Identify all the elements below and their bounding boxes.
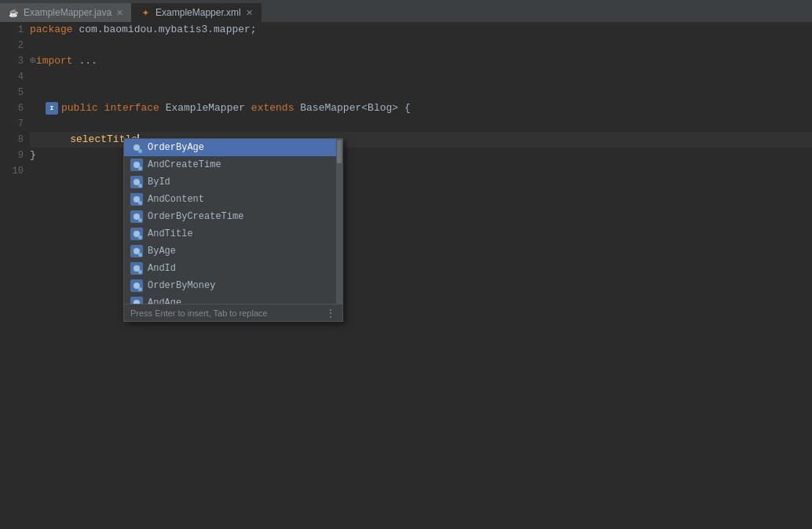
autocomplete-more-button[interactable]: ⋮ — [325, 307, 336, 319]
code-line-6: I public interface ExampleMapper extends… — [30, 100, 812, 116]
ac-icon-3 — [130, 193, 143, 206]
autocomplete-footer: Press Enter to insert, Tab to replace ⋮ — [124, 304, 342, 321]
ac-item-3[interactable]: AndContent — [124, 191, 342, 208]
ac-item-6[interactable]: ByAge — [124, 243, 342, 260]
ac-item-7[interactable]: AndId — [124, 260, 342, 277]
line-numbers: 1 2 3 4 5 6 7 8 9 10 — [0, 22, 30, 529]
ac-label-6: ByAge — [148, 246, 336, 257]
autocomplete-dropdown[interactable]: OrderByAge AndCreateTime ById AndContent… — [123, 138, 343, 322]
ac-icon-4 — [130, 210, 143, 223]
ac-label-7: AndId — [148, 263, 336, 274]
ac-label-9: AndAge — [148, 297, 336, 304]
ac-item-0[interactable]: OrderByAge — [124, 139, 342, 156]
code-line-1: package com.baomidou.mybatis3.mapper; — [30, 22, 812, 38]
editor: 1 2 3 4 5 6 7 8 9 10 package com.baomido… — [0, 22, 812, 529]
pkg-name: com.baomidou.mybatis3.mapper — [79, 22, 250, 38]
xml-icon: ✦ — [140, 7, 151, 18]
ac-item-8[interactable]: OrderByMoney — [124, 277, 342, 294]
code-area[interactable]: package com.baomidou.mybatis3.mapper; ⊕i… — [30, 22, 812, 529]
ac-icon-9 — [130, 297, 143, 304]
ac-label-0: OrderByAge — [148, 142, 336, 153]
ac-item-1[interactable]: AndCreateTime — [124, 156, 342, 173]
autocomplete-hint: Press Enter to insert, Tab to replace — [130, 308, 268, 318]
autocomplete-list: OrderByAge AndCreateTime ById AndContent… — [124, 139, 342, 304]
line-num-8: 8 — [0, 132, 24, 148]
line-num-9: 9 — [0, 148, 24, 163]
tab-xml-close[interactable]: ✕ — [246, 8, 253, 18]
tab-java-label: ExampleMapper.java — [24, 7, 112, 18]
ac-label-3: AndContent — [148, 194, 336, 205]
tab-xml[interactable]: ✦ ExampleMapper.xml ✕ — [132, 3, 262, 22]
line-num-2: 2 — [0, 38, 24, 53]
code-line-4 — [30, 69, 812, 85]
tab-xml-label: ExampleMapper.xml — [155, 7, 241, 18]
ac-label-4: OrderByCreateTime — [148, 211, 336, 222]
code-line-2 — [30, 38, 812, 53]
ac-icon-5 — [130, 228, 143, 240]
line-num-3: 3 — [0, 53, 24, 69]
java-icon: ☕ — [8, 7, 19, 18]
ac-label-8: OrderByMoney — [148, 280, 336, 291]
code-line-7 — [30, 116, 812, 132]
line-num-6: 6 — [0, 100, 24, 116]
line-num-5: 5 — [0, 85, 24, 100]
ac-icon-8 — [130, 279, 143, 292]
class-icon: I — [46, 102, 58, 115]
line-num-1: 1 — [0, 22, 24, 38]
line-num-10: 10 — [0, 163, 24, 179]
ac-label-2: ById — [148, 177, 336, 188]
ac-label-1: AndCreateTime — [148, 159, 336, 170]
ac-item-4[interactable]: OrderByCreateTime — [124, 208, 342, 225]
ac-item-5[interactable]: AndTitle — [124, 225, 342, 243]
ac-item-9[interactable]: AndAge — [124, 294, 342, 304]
line-num-7: 7 — [0, 116, 24, 132]
kw-package: package — [30, 22, 79, 38]
ac-icon-7 — [130, 262, 143, 275]
tab-bar: ☕ ExampleMapper.java ✕ ✦ ExampleMapper.x… — [0, 0, 812, 22]
tab-java-close[interactable]: ✕ — [116, 8, 123, 18]
ac-icon-0 — [130, 141, 143, 154]
autocomplete-scrollbar[interactable] — [336, 139, 342, 304]
ac-label-5: AndTitle — [148, 228, 336, 239]
line-num-4: 4 — [0, 69, 24, 85]
ac-icon-1 — [130, 159, 143, 171]
ac-item-2[interactable]: ById — [124, 173, 342, 191]
code-line-3: ⊕import ... — [30, 53, 812, 69]
autocomplete-scroll-thumb — [337, 140, 342, 163]
tab-java[interactable]: ☕ ExampleMapper.java ✕ — [0, 3, 132, 22]
code-line-5 — [30, 85, 812, 100]
ac-icon-6 — [130, 245, 143, 257]
ac-icon-2 — [130, 176, 143, 188]
